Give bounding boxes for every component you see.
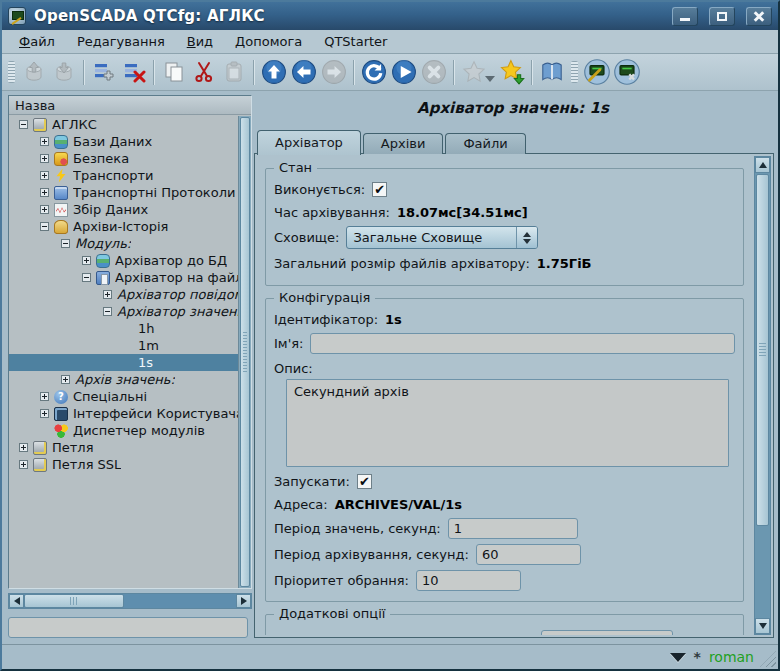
expand-expander-icon[interactable] [40,409,49,418]
expand-expander-icon[interactable] [19,460,28,469]
tree-item[interactable]: Архів значень: [9,371,238,388]
priority-field[interactable] [416,570,521,591]
scroll-down-button[interactable] [755,618,770,634]
expand-expander-icon[interactable] [19,443,28,452]
paste-button[interactable] [219,57,249,87]
tree-item[interactable]: Безпека [9,150,238,167]
tree-item[interactable]: Архіватор до БД [9,252,238,269]
up-button[interactable] [259,57,289,87]
tree-item[interactable]: Диспетчер модулів [9,422,238,439]
stop-button[interactable] [419,57,449,87]
expand-expander-icon[interactable] [40,171,49,180]
refresh-button[interactable] [359,57,389,87]
tree-item[interactable]: АГЛКС [9,116,238,133]
tree-item[interactable]: Інтерфейси Користувача [9,405,238,422]
expand-expander-icon[interactable] [103,290,112,299]
expand-expander-icon[interactable] [61,375,70,384]
scroll-left-button[interactable] [9,594,24,608]
menu-view[interactable]: Вид [176,30,224,53]
toolbar-grip[interactable] [571,61,578,83]
qtstarter-config-button[interactable] [582,57,612,87]
resize-grip[interactable] [760,651,776,667]
favorite-add-button[interactable] [497,57,527,87]
tab-archives[interactable]: Архіви [363,133,444,154]
tree-item[interactable]: Транспорти [9,167,238,184]
tree-horizontal-scrollbar[interactable] [8,593,252,609]
start-button[interactable] [389,57,419,87]
tree-item[interactable]: Бази Даних [9,133,238,150]
panel-vertical-scrollbar[interactable] [754,156,771,635]
toolbar-grip[interactable] [8,61,15,83]
name-field[interactable] [310,333,735,354]
expand-expander-icon[interactable] [40,137,49,146]
file-time-field[interactable] [541,630,673,635]
tree-body: АГЛКС Бази Даних Безпека Транспорти Тран… [9,116,238,588]
tree-item[interactable]: Петля [9,439,238,456]
descr-field[interactable]: Секундний архів [286,379,729,467]
menu-file[interactable]: Файл [8,30,66,53]
scrollbar-thumb[interactable] [24,594,124,608]
tree-item[interactable]: Спеціальні [9,388,238,405]
copy-button[interactable] [159,57,189,87]
addr-value: ARCHIVES/VAL/1s [335,497,462,512]
monitor-icon [54,407,68,421]
expand-expander-icon[interactable] [40,188,49,197]
back-button[interactable] [289,57,319,87]
tree-item[interactable]: Архіватор на файло [9,269,238,286]
manual-button[interactable] [537,57,567,87]
item-add-button[interactable] [89,57,119,87]
expand-expander-icon[interactable] [40,154,49,163]
tree-header[interactable]: Назва [9,96,251,115]
favorite-button[interactable] [459,57,489,87]
scroll-content: Стан Виконується: ✔ Час архівування: 18.… [259,156,750,635]
collapse-expander-icon[interactable] [61,239,70,248]
collapse-expander-icon[interactable] [40,222,49,231]
start-checkbox[interactable]: ✔ [357,474,372,489]
collapse-expander-icon[interactable] [19,120,28,129]
scroll-up-button[interactable] [755,157,770,173]
tree-item[interactable]: Архіви-Історія [9,218,238,235]
collapse-expander-icon[interactable] [82,273,91,282]
titlebar[interactable]: OpenSCADA QTCfg: АГЛКС [2,2,778,30]
collapse-expander-icon[interactable] [103,307,112,316]
expand-expander-icon[interactable] [82,256,91,265]
forward-button[interactable] [319,57,349,87]
tree-item[interactable]: 1h [9,320,238,337]
tree-item-selected[interactable]: 1s [9,354,238,371]
tree-item[interactable]: Петля SSL [9,456,238,473]
maximize-button[interactable] [709,7,735,26]
executing-checkbox[interactable]: ✔ [372,182,387,197]
spinner-arrows-icon[interactable] [516,227,537,248]
load-button[interactable] [19,57,49,87]
menu-help[interactable]: Допомога [224,30,313,53]
collapse-tray-icon[interactable] [670,653,686,662]
item-del-button[interactable] [119,57,149,87]
storage-select[interactable]: Загальне Сховище [346,226,538,249]
tree-vertical-scrollbar[interactable] [238,116,251,588]
tree-item[interactable]: Архіватор значень: [9,303,238,320]
expand-expander-icon[interactable] [40,392,49,401]
cut-button[interactable] [189,57,219,87]
tree-item[interactable]: Транспортні Протоколи [9,184,238,201]
tree-item[interactable]: Збір Даних [9,201,238,218]
qtstarter-tools-button[interactable] [612,57,642,87]
scroll-right-button[interactable] [236,594,251,608]
scrollbar-track[interactable] [124,594,236,608]
scrollbar-thumb[interactable] [240,117,250,587]
tab-files[interactable]: Файли [445,133,525,154]
save-button[interactable] [49,57,79,87]
aperiod-field[interactable] [476,544,581,565]
tree-item[interactable]: Архіватор повідомл [9,286,238,303]
aperiod-label: Період архівування, секунд: [274,547,469,562]
close-button[interactable] [746,7,772,26]
minimize-button[interactable] [672,7,698,26]
scrollbar-thumb[interactable] [756,174,769,526]
vperiod-field[interactable] [448,518,578,539]
tab-archiver[interactable]: Архіватор [257,130,361,155]
menu-qtstarter[interactable]: QTStarter [313,30,398,53]
expand-expander-icon[interactable] [40,205,49,214]
tree-bottom-field[interactable] [8,617,248,638]
tree-item[interactable]: Модуль: [9,235,238,252]
menu-edit[interactable]: Редагування [66,30,176,53]
tree-item[interactable]: 1m [9,337,238,354]
